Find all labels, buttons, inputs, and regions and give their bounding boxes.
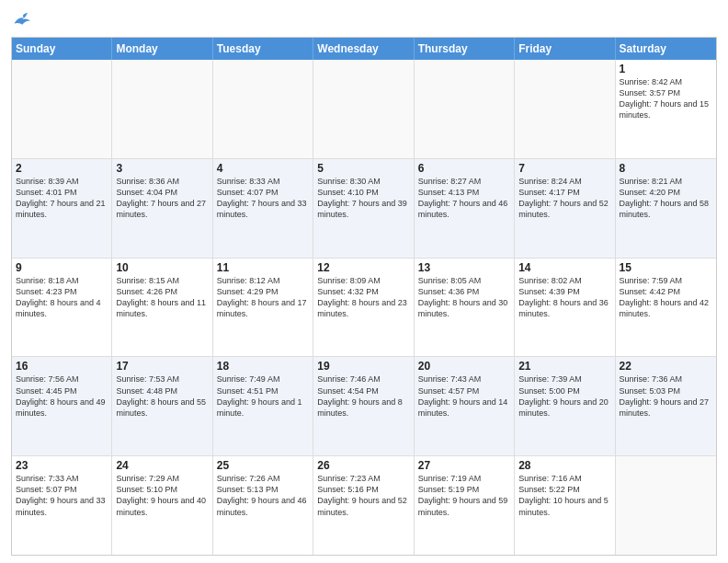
weekday-header-monday: Monday xyxy=(112,38,212,60)
day-number: 3 xyxy=(116,162,208,175)
calendar-cell-1-3: 5Sunrise: 8:30 AM Sunset: 4:10 PM Daylig… xyxy=(313,159,414,258)
cell-info: Sunrise: 8:33 AM Sunset: 4:07 PM Dayligh… xyxy=(217,176,309,221)
day-number: 8 xyxy=(620,162,712,175)
day-number: 9 xyxy=(16,261,108,274)
day-number: 15 xyxy=(620,261,712,274)
day-number: 16 xyxy=(16,360,108,373)
day-number: 24 xyxy=(116,459,208,472)
calendar-cell-4-6 xyxy=(616,456,716,555)
day-number: 4 xyxy=(217,162,309,175)
cell-info: Sunrise: 7:23 AM Sunset: 5:16 PM Dayligh… xyxy=(317,473,409,518)
day-number: 1 xyxy=(620,63,712,75)
calendar-cell-3-2: 18Sunrise: 7:49 AM Sunset: 4:51 PM Dayli… xyxy=(213,357,313,455)
day-number: 20 xyxy=(418,360,510,373)
cell-info: Sunrise: 7:39 AM Sunset: 5:00 PM Dayligh… xyxy=(518,373,610,419)
day-number: 25 xyxy=(217,459,309,472)
calendar-cell-4-4: 27Sunrise: 7:19 AM Sunset: 5:19 PM Dayli… xyxy=(415,456,515,555)
day-number: 21 xyxy=(518,360,610,373)
calendar-cell-1-2: 4Sunrise: 8:33 AM Sunset: 4:07 PM Daylig… xyxy=(213,159,313,258)
cell-info: Sunrise: 7:43 AM Sunset: 4:57 PM Dayligh… xyxy=(418,373,510,419)
day-number: 28 xyxy=(518,459,610,472)
cell-info: Sunrise: 8:24 AM Sunset: 4:17 PM Dayligh… xyxy=(518,176,610,221)
cell-info: Sunrise: 7:56 AM Sunset: 4:45 PM Dayligh… xyxy=(16,373,108,419)
cell-info: Sunrise: 8:15 AM Sunset: 4:26 PM Dayligh… xyxy=(116,275,208,320)
cell-info: Sunrise: 8:18 AM Sunset: 4:23 PM Dayligh… xyxy=(16,275,108,320)
calendar-cell-2-4: 13Sunrise: 8:05 AM Sunset: 4:36 PM Dayli… xyxy=(415,259,515,357)
calendar-cell-4-3: 26Sunrise: 7:23 AM Sunset: 5:16 PM Dayli… xyxy=(313,456,414,555)
weekday-header-wednesday: Wednesday xyxy=(313,38,414,60)
day-number: 23 xyxy=(16,459,108,472)
calendar-cell-0-3 xyxy=(313,60,414,158)
calendar-row-1: 2Sunrise: 8:39 AM Sunset: 4:01 PM Daylig… xyxy=(12,159,716,259)
weekday-header-tuesday: Tuesday xyxy=(213,38,313,60)
calendar-cell-4-1: 24Sunrise: 7:29 AM Sunset: 5:10 PM Dayli… xyxy=(112,456,212,555)
header xyxy=(11,9,717,31)
weekday-header-thursday: Thursday xyxy=(415,38,515,60)
cell-info: Sunrise: 7:36 AM Sunset: 5:03 PM Dayligh… xyxy=(620,373,712,419)
day-number: 10 xyxy=(116,261,208,274)
calendar-cell-2-2: 11Sunrise: 8:12 AM Sunset: 4:29 PM Dayli… xyxy=(213,259,313,357)
calendar-cell-1-5: 7Sunrise: 8:24 AM Sunset: 4:17 PM Daylig… xyxy=(515,159,615,258)
cell-info: Sunrise: 7:19 AM Sunset: 5:19 PM Dayligh… xyxy=(418,473,510,518)
cell-info: Sunrise: 7:33 AM Sunset: 5:07 PM Dayligh… xyxy=(16,473,108,518)
calendar-cell-3-0: 16Sunrise: 7:56 AM Sunset: 4:45 PM Dayli… xyxy=(12,357,112,455)
page: SundayMondayTuesdayWednesdayThursdayFrid… xyxy=(0,0,728,563)
logo xyxy=(11,9,33,31)
calendar-cell-2-5: 14Sunrise: 8:02 AM Sunset: 4:39 PM Dayli… xyxy=(515,259,615,357)
cell-info: Sunrise: 8:21 AM Sunset: 4:20 PM Dayligh… xyxy=(620,176,712,221)
calendar-row-2: 9Sunrise: 8:18 AM Sunset: 4:23 PM Daylig… xyxy=(12,259,716,358)
calendar-cell-4-2: 25Sunrise: 7:26 AM Sunset: 5:13 PM Dayli… xyxy=(213,456,313,555)
cell-info: Sunrise: 7:46 AM Sunset: 4:54 PM Dayligh… xyxy=(317,373,409,419)
calendar-cell-1-1: 3Sunrise: 8:36 AM Sunset: 4:04 PM Daylig… xyxy=(112,159,212,258)
calendar-row-3: 16Sunrise: 7:56 AM Sunset: 4:45 PM Dayli… xyxy=(12,357,716,456)
calendar-row-0: 1Sunrise: 8:42 AM Sunset: 3:57 PM Daylig… xyxy=(12,60,716,159)
day-number: 11 xyxy=(217,261,309,274)
logo-bird-icon xyxy=(13,9,33,29)
day-number: 12 xyxy=(317,261,409,274)
cell-info: Sunrise: 8:02 AM Sunset: 4:39 PM Dayligh… xyxy=(518,275,610,320)
calendar-cell-4-0: 23Sunrise: 7:33 AM Sunset: 5:07 PM Dayli… xyxy=(12,456,112,555)
cell-info: Sunrise: 8:39 AM Sunset: 4:01 PM Dayligh… xyxy=(16,176,108,221)
calendar-row-4: 23Sunrise: 7:33 AM Sunset: 5:07 PM Dayli… xyxy=(12,456,716,555)
calendar-cell-0-0 xyxy=(12,60,112,158)
calendar-cell-0-5 xyxy=(515,60,615,158)
cell-info: Sunrise: 7:53 AM Sunset: 4:48 PM Dayligh… xyxy=(116,373,208,419)
calendar-cell-2-0: 9Sunrise: 8:18 AM Sunset: 4:23 PM Daylig… xyxy=(12,259,112,357)
day-number: 26 xyxy=(317,459,409,472)
day-number: 6 xyxy=(418,162,510,175)
calendar-cell-2-1: 10Sunrise: 8:15 AM Sunset: 4:26 PM Dayli… xyxy=(112,259,212,357)
calendar-cell-3-1: 17Sunrise: 7:53 AM Sunset: 4:48 PM Dayli… xyxy=(112,357,212,455)
calendar-header: SundayMondayTuesdayWednesdayThursdayFrid… xyxy=(12,38,716,60)
calendar-cell-1-0: 2Sunrise: 8:39 AM Sunset: 4:01 PM Daylig… xyxy=(12,159,112,258)
day-number: 14 xyxy=(518,261,610,274)
weekday-header-saturday: Saturday xyxy=(616,38,716,60)
calendar-cell-0-2 xyxy=(213,60,313,158)
cell-info: Sunrise: 8:42 AM Sunset: 3:57 PM Dayligh… xyxy=(620,76,712,121)
calendar-cell-0-6: 1Sunrise: 8:42 AM Sunset: 3:57 PM Daylig… xyxy=(616,60,716,158)
day-number: 22 xyxy=(620,360,712,373)
cell-info: Sunrise: 8:30 AM Sunset: 4:10 PM Dayligh… xyxy=(317,176,409,221)
calendar-cell-2-6: 15Sunrise: 7:59 AM Sunset: 4:42 PM Dayli… xyxy=(616,259,716,357)
day-number: 19 xyxy=(317,360,409,373)
calendar-cell-3-5: 21Sunrise: 7:39 AM Sunset: 5:00 PM Dayli… xyxy=(515,357,615,455)
cell-info: Sunrise: 7:49 AM Sunset: 4:51 PM Dayligh… xyxy=(217,373,309,419)
calendar-cell-3-6: 22Sunrise: 7:36 AM Sunset: 5:03 PM Dayli… xyxy=(616,357,716,455)
calendar-cell-1-4: 6Sunrise: 8:27 AM Sunset: 4:13 PM Daylig… xyxy=(415,159,515,258)
calendar-cell-2-3: 12Sunrise: 8:09 AM Sunset: 4:32 PM Dayli… xyxy=(313,259,414,357)
day-number: 5 xyxy=(317,162,409,175)
calendar-cell-1-6: 8Sunrise: 8:21 AM Sunset: 4:20 PM Daylig… xyxy=(616,159,716,258)
cell-info: Sunrise: 8:12 AM Sunset: 4:29 PM Dayligh… xyxy=(217,275,309,320)
day-number: 18 xyxy=(217,360,309,373)
calendar-cell-0-4 xyxy=(415,60,515,158)
cell-info: Sunrise: 8:05 AM Sunset: 4:36 PM Dayligh… xyxy=(418,275,510,320)
cell-info: Sunrise: 8:27 AM Sunset: 4:13 PM Dayligh… xyxy=(418,176,510,221)
cell-info: Sunrise: 8:36 AM Sunset: 4:04 PM Dayligh… xyxy=(116,176,208,221)
calendar-body: 1Sunrise: 8:42 AM Sunset: 3:57 PM Daylig… xyxy=(12,60,716,555)
calendar-cell-3-4: 20Sunrise: 7:43 AM Sunset: 4:57 PM Dayli… xyxy=(415,357,515,455)
calendar-cell-0-1 xyxy=(112,60,212,158)
cell-info: Sunrise: 7:16 AM Sunset: 5:22 PM Dayligh… xyxy=(518,473,610,518)
calendar-cell-3-3: 19Sunrise: 7:46 AM Sunset: 4:54 PM Dayli… xyxy=(313,357,414,455)
cell-info: Sunrise: 7:59 AM Sunset: 4:42 PM Dayligh… xyxy=(620,275,712,320)
cell-info: Sunrise: 7:26 AM Sunset: 5:13 PM Dayligh… xyxy=(217,473,309,518)
day-number: 27 xyxy=(418,459,510,472)
